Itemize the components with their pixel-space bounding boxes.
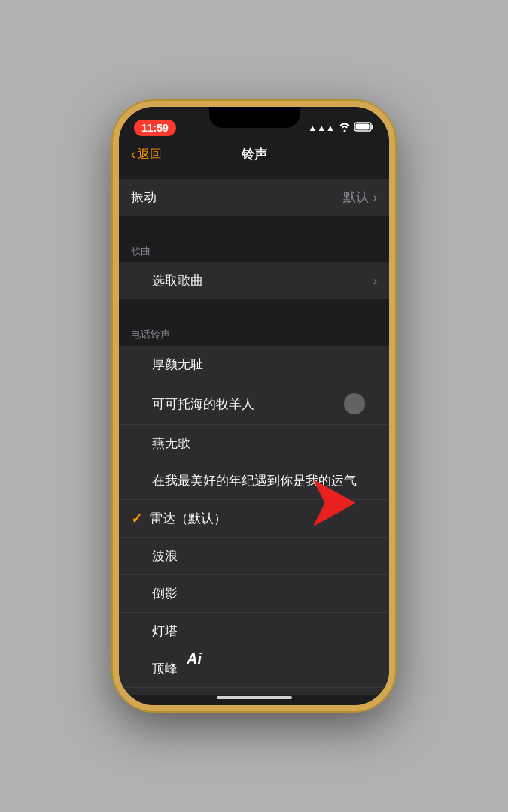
status-time: 11:59 <box>134 120 176 136</box>
ringtone-label: 倒影 <box>152 585 377 602</box>
home-indicator <box>217 696 292 699</box>
vibration-label: 振动 <box>131 189 343 206</box>
ringtone-section-header: 电话铃声 <box>119 317 389 346</box>
ringtone-row[interactable]: 在我最美好的年纪遇到你是我的运气 <box>119 462 389 500</box>
ringtone-label: 波浪 <box>152 547 377 565</box>
svg-rect-1 <box>372 125 374 129</box>
ringtone-label: 在我最美好的年纪遇到你是我的运气 <box>152 472 377 489</box>
spacer-ringtone <box>119 299 389 317</box>
vibration-chevron-icon: › <box>373 191 377 205</box>
ringtone-row[interactable]: 灯塔 <box>119 613 389 650</box>
status-icons: ▲▲▲ <box>308 122 374 134</box>
ringtone-label: 燕无歌 <box>152 435 377 452</box>
svg-rect-2 <box>356 124 370 130</box>
status-bar: 11:59 ▲▲▲ <box>119 107 389 140</box>
content-area: 振动 默认 › 歌曲 选取歌曲 › 电话铃声 厚颜无耻可可托海的牧羊人燕无歌在我… <box>119 171 389 695</box>
ringtone-label: 可可托海的牧羊人 <box>152 395 356 413</box>
spacer-top <box>119 171 389 179</box>
songs-section: 选取歌曲 › <box>119 262 389 299</box>
ringtone-row[interactable]: 顶峰 <box>119 650 389 688</box>
select-song-label: 选取歌曲 <box>152 272 373 289</box>
ringtone-row[interactable]: ✓雷达（默认） <box>119 500 389 538</box>
page-title: 铃声 <box>242 146 267 163</box>
back-chevron-icon: ‹ <box>131 147 135 162</box>
phone-inner: 11:59 ▲▲▲ <box>119 107 389 705</box>
ringtone-row[interactable]: 波浪 <box>119 538 389 575</box>
signal-icon: ▲▲▲ <box>308 123 335 133</box>
vibration-row[interactable]: 振动 默认 › <box>119 179 389 216</box>
ringtone-row[interactable]: 辐射 <box>119 688 389 695</box>
checkmark-icon: ✓ <box>131 511 142 527</box>
vibration-value: 默认 <box>343 189 369 206</box>
ringtone-row[interactable]: 厚颜无耻 <box>119 346 389 383</box>
ai-badge-area: Ai <box>187 650 202 668</box>
ai-badge-text: Ai <box>187 650 202 667</box>
ringtone-row[interactable]: 燕无歌 <box>119 425 389 462</box>
loading-indicator <box>344 393 365 414</box>
spacer-songs <box>119 216 389 234</box>
battery-icon <box>354 122 374 134</box>
back-button[interactable]: ‹ 返回 <box>131 147 162 162</box>
nav-bar: ‹ 返回 铃声 <box>119 140 389 171</box>
ringtone-row[interactable]: 倒影 <box>119 575 389 613</box>
ringtone-row[interactable]: 可可托海的牧羊人 <box>119 383 389 425</box>
ringtone-label: 顶峰 <box>152 660 377 677</box>
ringtone-label: 厚颜无耻 <box>152 356 377 373</box>
vibration-section: 振动 默认 › <box>119 179 389 216</box>
wifi-icon <box>339 123 351 134</box>
select-song-row[interactable]: 选取歌曲 › <box>119 262 389 299</box>
ringtone-label: 雷达（默认） <box>150 510 377 527</box>
songs-section-header: 歌曲 <box>119 234 389 262</box>
ringtone-label: 灯塔 <box>152 623 377 640</box>
ringtone-list: 厚颜无耻可可托海的牧羊人燕无歌在我最美好的年纪遇到你是我的运气✓雷达（默认）波浪… <box>119 346 389 695</box>
phone-frame: 11:59 ▲▲▲ <box>113 101 395 711</box>
back-label: 返回 <box>138 147 162 162</box>
select-song-chevron-icon: › <box>373 274 377 288</box>
notch <box>209 107 300 128</box>
